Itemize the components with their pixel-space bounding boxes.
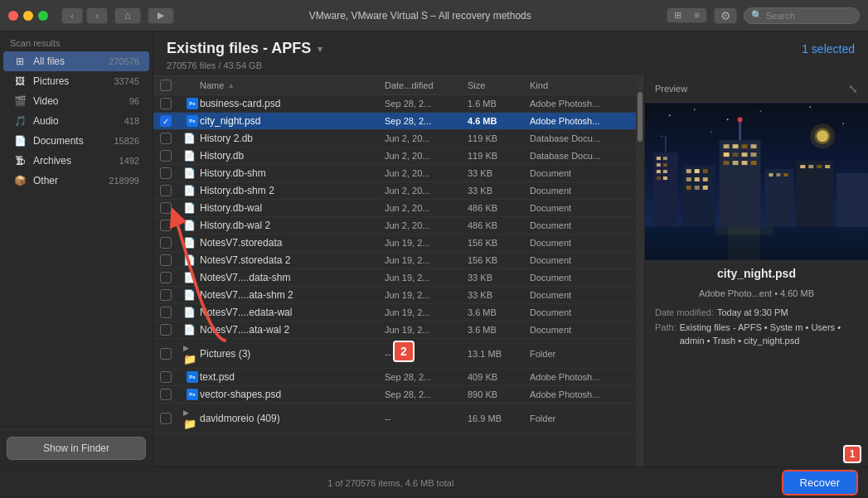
search-box[interactable]: 🔍 Search [744,7,860,24]
play-button[interactable]: ▶ [148,7,174,24]
table-row[interactable]: Ps vector-shapes.psd Sep 28, 2... 890 KB… [153,386,636,404]
file-kind: Folder [530,349,629,359]
close-button[interactable] [8,11,18,21]
table-row[interactable]: 📄 History.db-wal 2 Jun 2, 20... 486 KB D… [153,217,636,234]
svg-point-3 [727,118,729,120]
table-row[interactable]: 📄 NotesV7.storedata Jun 19, 2... 156 KB … [153,234,636,252]
svg-rect-15 [657,163,661,167]
svg-rect-48 [796,161,833,235]
file-name: vector-shapes.psd [200,389,281,400]
table-row[interactable]: 📄 History.db Jun 2, 20... 119 KB Databas… [153,147,636,165]
row-checkbox[interactable] [160,307,172,318]
row-checkbox[interactable] [160,98,172,109]
table-row[interactable]: ✓ Ps city_night.psd Sep 28, 2... 4.6 MB … [153,113,636,130]
title-dropdown-arrow[interactable]: ▾ [318,43,322,55]
file-date: Jun 19, 2... [385,273,468,283]
maximize-button[interactable] [38,11,48,21]
row-checkbox[interactable] [160,202,172,214]
doc-icon: 📄 [183,324,196,336]
row-checkbox[interactable] [160,289,172,301]
table-row[interactable]: 📄 History.db-shm Jun 2, 20... 33 KB Docu… [153,165,636,182]
select-all-checkbox[interactable] [160,80,172,91]
table-row[interactable]: 📄 NotesV7....data-shm Jun 19, 2... 33 KB… [153,269,636,287]
col-header-name[interactable]: Name [200,80,224,90]
list-view-button[interactable]: ≡ [688,8,706,22]
sidebar: Scan results ⊞ All files 270576 🖼 Pictur… [0,31,153,467]
row-checkbox[interactable] [160,185,172,196]
row-checkbox[interactable] [160,324,172,336]
psd-icon: Ps [187,98,198,109]
file-name: History.db-wal [200,202,262,214]
col-header-date[interactable]: Date...dified [385,80,468,90]
row-checkbox[interactable] [160,371,172,383]
scrollbar-thumb[interactable] [638,92,643,142]
table-row[interactable]: ▶ 📁 davidmoreio (409) -- 16.9 MB Folder [153,404,636,433]
table-row[interactable]: 📄 NotesV7....ata-wal 2 Jun 19, 2... 3.6 … [153,322,636,339]
sidebar-item-video[interactable]: 🎬 Video 96 [3,91,149,111]
svg-rect-30 [695,186,700,190]
row-checkbox[interactable] [160,389,172,400]
minimize-button[interactable] [23,11,33,21]
sort-arrow-name: ▲ [227,81,235,89]
file-name: text.psd [200,371,235,383]
row-checkbox[interactable] [160,150,172,162]
table-row[interactable]: 📄 History 2.db Jun 2, 20... 119 KB Datab… [153,130,636,147]
expand-arrow-icon[interactable]: ▶ [183,344,189,352]
table-row[interactable]: Ps business-card.psd Sep 28, 2... 1.6 MB… [153,95,636,113]
table-row[interactable]: 📄 NotesV7.storedata 2 Jun 19, 2... 156 K… [153,252,636,269]
table-row[interactable]: 📄 NotesV7....edata-wal Jun 19, 2... 3.6 … [153,304,636,322]
file-date: Jun 2, 20... [385,133,468,143]
row-checkbox[interactable] [160,167,172,179]
row-checkbox[interactable] [160,254,172,266]
svg-rect-27 [695,177,700,181]
file-date: Jun 2, 20... [385,151,468,161]
svg-point-8 [710,131,712,133]
row-checkbox[interactable] [160,272,172,283]
psd-icon: Ps [187,371,198,383]
sidebar-label: Scan results [0,31,153,51]
row-checkbox[interactable]: ✓ [160,115,172,127]
svg-point-11 [817,130,828,142]
sidebar-archives-count: 1492 [119,156,139,166]
table-row[interactable]: 📄 NotesV7....ata-shm 2 Jun 19, 2... 33 K… [153,287,636,304]
row-checkbox[interactable] [160,220,172,231]
table-row[interactable]: 📄 History.db-shm 2 Jun 2, 20... 33 KB Do… [153,182,636,200]
sidebar-item-all-files[interactable]: ⊞ All files 270576 [3,51,149,71]
row-checkbox[interactable] [160,133,172,144]
table-row[interactable]: 📄 History.db-wal Jun 2, 20... 486 KB Doc… [153,200,636,217]
preview-expand-icon[interactable]: ⤡ [848,82,858,95]
doc-icon: 📄 [183,220,196,231]
row-checkbox[interactable] [160,413,172,424]
forward-button[interactable]: › [86,7,108,24]
scrollbar[interactable] [636,75,644,467]
preview-label: Preview [655,84,687,94]
back-button[interactable]: ‹ [61,7,83,24]
recover-button[interactable]: Recover [782,470,858,496]
settings-button[interactable]: ⚙ [714,7,737,24]
col-header-size[interactable]: Size [468,80,530,90]
row-checkbox[interactable] [160,348,172,360]
show-in-finder-button[interactable]: Show in Finder [7,437,146,460]
home-button[interactable]: ⌂ [114,7,141,24]
documents-icon: 📄 [13,134,27,147]
preview-meta: Date modified: Today at 9:30 PM Path: Ex… [645,303,868,353]
grid-view-button[interactable]: ⊞ [667,8,688,22]
col-header-kind[interactable]: Kind [530,80,629,90]
row-checkbox[interactable] [160,237,172,249]
svg-rect-35 [724,144,730,148]
sidebar-item-pictures[interactable]: 🖼 Pictures 33745 [3,71,149,91]
sidebar-footer: Show in Finder [0,429,153,467]
sidebar-item-documents[interactable]: 📄 Documents 15826 [3,131,149,151]
doc-icon: 📄 [183,133,196,144]
video-icon: 🎬 [13,94,27,108]
expand-arrow-icon[interactable]: ▶ [183,409,189,417]
sidebar-item-other[interactable]: 📦 Other 218999 [3,171,149,191]
sidebar-item-audio[interactable]: 🎵 Audio 418 [3,111,149,131]
sidebar-item-archives[interactable]: 🗜 Archives 1492 [3,151,149,171]
file-name: History.db-shm [200,167,266,179]
doc-icon: 📄 [183,272,196,283]
preview-date-label: Date modified: [655,307,714,319]
file-kind: Adobe Photosh... [530,116,629,126]
view-toggle[interactable]: ⊞ ≡ [667,7,707,23]
table-row[interactable]: Ps text.psd Sep 28, 2... 409 KB Adobe Ph… [153,369,636,386]
